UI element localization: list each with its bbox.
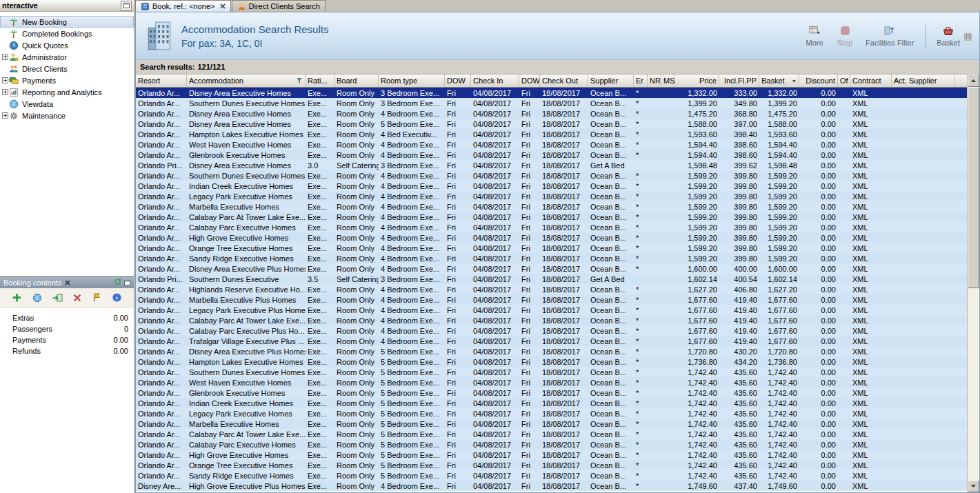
table-row[interactable]: Orlando Ar...Southern Dunes Executive Ho… xyxy=(136,170,967,181)
table-row[interactable]: Orlando Ar...Marbella Executive HomesExe… xyxy=(136,419,967,429)
table-row[interactable]: Orlando Ar...Trafalgar Village Executive… xyxy=(136,336,967,346)
cell: 0.00 xyxy=(799,420,838,428)
table-row[interactable]: Orlando Ar...Sandy Ridge Executive Homes… xyxy=(136,253,967,263)
scroll-thumb[interactable] xyxy=(968,87,979,288)
sidebar-item-quick-quotes[interactable]: Quick Quotes xyxy=(0,39,134,51)
close-icon[interactable] xyxy=(65,280,70,285)
column-header-room-type[interactable]: Room type xyxy=(379,74,445,87)
table-row[interactable]: Disney Are...High Grove Executive Plus H… xyxy=(136,481,967,491)
sidebar-item-administrator[interactable]: Administrator xyxy=(0,51,134,63)
table-row[interactable]: Orlando Ar...West Haven Executive HomesE… xyxy=(136,139,967,150)
restore-window-icon[interactable] xyxy=(124,279,130,287)
table-row[interactable]: Orlando Ar...Calabay Parc At Tower Lake … xyxy=(136,315,967,325)
sidebar-item-completed-bookings[interactable]: Completed Bookings xyxy=(0,28,134,39)
column-header-supplier[interactable]: Supplier xyxy=(588,74,634,87)
column-header-dow[interactable]: DOW xyxy=(519,74,540,87)
table-row[interactable]: Orlando Ar...Glenbrook Executive HomesEx… xyxy=(136,150,967,160)
column-header-er[interactable]: Er xyxy=(634,74,648,87)
table-row[interactable]: Orlando Ar...Calabay Parc Executive Home… xyxy=(136,439,967,450)
collapse-panel-button[interactable] xyxy=(121,1,132,11)
column-header-board[interactable]: Board xyxy=(334,74,379,87)
add-button[interactable] xyxy=(10,291,24,305)
expander-icon[interactable] xyxy=(1,77,9,83)
table-row[interactable]: Orlando Ar...Southern Dunes Executive Ho… xyxy=(136,98,967,108)
table-row[interactable]: Orlando Pri...Southern Dunes Executive3.… xyxy=(136,274,967,284)
facilities-filter-button[interactable]: Facilities Filter xyxy=(866,25,914,47)
table-row[interactable]: Orlando Ar...Indian Creek Executive Home… xyxy=(136,181,967,191)
column-header-act-supplier[interactable]: Act. Supplier xyxy=(892,74,955,87)
table-row[interactable]: Orlando Ar...Hampton Lakes Executive Hom… xyxy=(136,356,967,367)
table-row[interactable]: Orlando Ar...Orange Tree Executive Homes… xyxy=(136,243,967,253)
sidebar-item-new-booking[interactable]: New Booking xyxy=(0,16,134,28)
table-row[interactable]: Orlando Ar...Southern Dunes Executive Ho… xyxy=(136,367,967,377)
world-button[interactable] xyxy=(30,291,44,305)
table-row[interactable]: Orlando Ar...Disney Area Executive Plus … xyxy=(136,346,967,356)
column-header-price[interactable]: Price xyxy=(675,74,719,87)
info-button[interactable] xyxy=(110,291,124,305)
cell: Ocean B... xyxy=(588,234,634,242)
table-row[interactable]: Orlando Ar...Marbella Executive Plus Hom… xyxy=(136,294,967,305)
table-row[interactable]: Orlando Ar...High Grove Executive HomesE… xyxy=(136,450,967,460)
column-header-incl-fl-pp[interactable]: Incl.Fl.PP xyxy=(719,74,759,87)
vertical-scrollbar[interactable] xyxy=(967,74,979,492)
table-row[interactable]: Orlando Ar...Calabay Parc Executive Plus… xyxy=(136,325,967,336)
tab-book-ref-none[interactable]: Book. ref.: <none> xyxy=(135,0,231,12)
scroll-track[interactable] xyxy=(968,288,979,480)
column-header-basket[interactable]: Basket xyxy=(759,74,799,87)
table-row[interactable]: Orlando Ar...Hampton Lakes Executive Hom… xyxy=(136,129,967,139)
close-icon[interactable] xyxy=(220,3,226,9)
cell: 4 Bedroom Exe... xyxy=(379,172,445,180)
scroll-up-button[interactable] xyxy=(968,74,979,87)
table-row[interactable]: Orlando Pri...Disney Area Executive Home… xyxy=(136,160,967,170)
column-header-rati[interactable]: Rati... xyxy=(306,74,334,87)
column-header-dow[interactable]: DOW xyxy=(445,74,471,87)
table-row[interactable]: Orlando Ar...Disney Area Executive Homes… xyxy=(136,88,967,98)
expander-icon[interactable] xyxy=(1,112,9,119)
table-row[interactable]: Orlando Ar...Disney Area Executive Homes… xyxy=(136,108,967,119)
table-row[interactable]: Orlando Ar...Calabay Parc Executive Home… xyxy=(136,222,967,232)
sidebar-item-direct-clients[interactable]: Direct Clients xyxy=(0,63,134,74)
tab-direct-clients-search[interactable]: Direct Clients Search xyxy=(232,0,326,12)
table-row[interactable]: Orlando Ar...Glenbrook Executive HomesEx… xyxy=(136,388,967,398)
table-row[interactable]: Orlando Ar...Sandy Ridge Executive Homes… xyxy=(136,470,967,481)
table-row[interactable]: Orlando Ar...High Grove Executive HomesE… xyxy=(136,232,967,243)
column-header-nr[interactable]: NR xyxy=(648,74,661,87)
delete-button[interactable] xyxy=(70,291,84,305)
sidebar-item-reporting-and-analytics[interactable]: Reporting and Analytics xyxy=(0,86,134,98)
column-header-ms[interactable]: MS xyxy=(661,74,675,87)
sidebar-item-maintenance[interactable]: Maintenance xyxy=(0,110,134,121)
export-button[interactable] xyxy=(50,291,64,305)
table-row[interactable]: Orlando Ar...Disney Area Executive Homes… xyxy=(136,119,967,129)
sidebar-item-label: Quick Quotes xyxy=(21,41,68,50)
table-row[interactable]: Orlando Ar...Highlands Reserve Executive… xyxy=(136,284,967,294)
column-header-discount[interactable]: Discount xyxy=(799,74,838,87)
table-row[interactable]: Orlando Ar...Orange Tree Executive Homes… xyxy=(136,460,967,470)
table-row[interactable]: Orlando Ar...Disney Area Executive Plus … xyxy=(136,263,967,274)
table-row[interactable]: Orlando Ar...Marbella Executive HomesExe… xyxy=(136,201,967,212)
column-header-accommodation[interactable]: Accommodation xyxy=(187,74,306,87)
expander-icon[interactable] xyxy=(1,89,9,95)
cell: 435.60 xyxy=(719,430,759,439)
expander-icon[interactable] xyxy=(1,54,9,60)
table-row[interactable]: Orlando Ar...Indian Creek Executive Home… xyxy=(136,398,967,408)
column-header-check-out[interactable]: Check Out xyxy=(540,74,588,87)
dock-button[interactable] xyxy=(963,32,972,41)
sidebar-item-viewdata[interactable]: Viewdata xyxy=(0,98,134,110)
column-header-check-in[interactable]: Check In xyxy=(471,74,519,87)
table-row[interactable]: Orlando Ar...Calabay Parc At Tower Lake … xyxy=(136,212,967,222)
column-header-contract[interactable]: Contract xyxy=(850,74,892,87)
table-row[interactable]: Orlando Ar...Legacy Park Executive Homes… xyxy=(136,408,967,419)
table-row[interactable]: Orlando Ar...Legacy Park Executive Plus … xyxy=(136,305,967,315)
basket-button[interactable]: Basket xyxy=(937,25,960,47)
more-button[interactable]: More xyxy=(805,25,824,47)
sidebar-item-payments[interactable]: Payments xyxy=(0,74,134,86)
table-row[interactable]: Orlando Ar...West Haven Executive HomesE… xyxy=(136,377,967,388)
column-header-resort[interactable]: Resort xyxy=(136,74,187,87)
table-row[interactable]: Orlando Ar...Legacy Park Executive Homes… xyxy=(136,191,967,201)
table-row[interactable]: Orlando Ar...Calabay Parc At Tower Lake … xyxy=(136,429,967,439)
refresh-icon[interactable] xyxy=(114,278,121,287)
column-header-of[interactable]: Of xyxy=(838,74,850,87)
flag-button[interactable] xyxy=(90,291,104,305)
scroll-down-button[interactable] xyxy=(968,480,979,492)
stop-button[interactable]: Stop xyxy=(835,25,854,47)
